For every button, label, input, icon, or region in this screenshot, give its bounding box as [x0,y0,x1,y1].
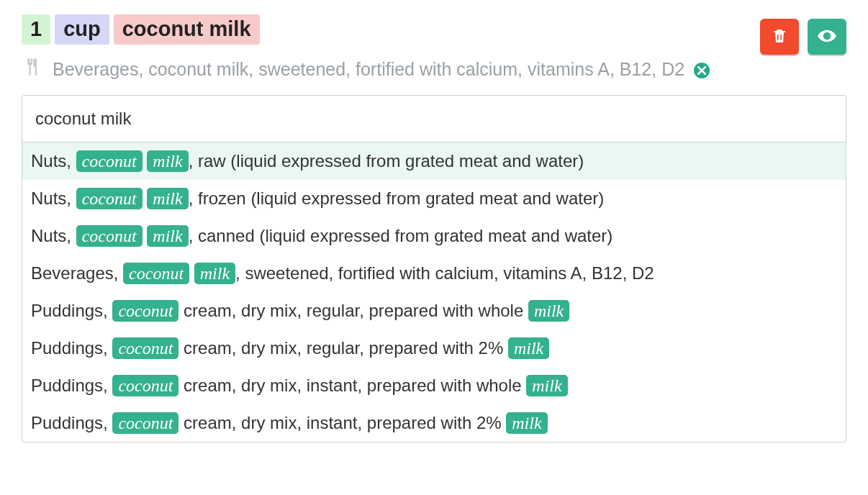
ingredient-chips: 1 cup coconut milk [22,14,749,45]
highlight-term: coconut [112,337,178,359]
search-input[interactable] [22,96,846,142]
highlight-term: milk [528,300,569,322]
suggestion-item[interactable]: Puddings, coconut cream, dry mix, regula… [22,330,846,367]
highlight-term: coconut [76,225,143,247]
suggestion-item[interactable]: Puddings, coconut cream, dry mix, instan… [22,404,846,442]
highlight-term: coconut [76,188,143,209]
suggestion-item[interactable]: Nuts, coconut milk, frozen (liquid expre… [22,180,846,217]
suggestion-item[interactable]: Puddings, coconut cream, dry mix, regula… [22,292,846,330]
trash-icon [771,27,788,47]
ingredient-description-text: Beverages, coconut milk, sweetened, fort… [53,59,684,79]
highlight-term: milk [508,337,549,359]
view-button[interactable] [808,19,846,55]
highlight-term: milk [194,263,235,284]
ingredient-info: 1 cup coconut milk Beverages, coconut mi… [22,14,749,85]
highlight-term: coconut [112,412,178,434]
ingredient-description-line: Beverages, coconut milk, sweetened, fort… [22,55,749,85]
clear-ingredient-button[interactable] [694,63,710,78]
highlight-term: milk [147,225,188,247]
highlight-term: coconut [123,263,189,284]
highlight-term: coconut [76,150,143,172]
highlight-term: milk [147,188,188,209]
svg-point-2 [825,34,828,37]
highlight-term: milk [506,412,547,434]
highlight-term: coconut [112,300,178,322]
suggestion-item[interactable]: Nuts, coconut milk, canned (liquid expre… [22,217,846,255]
highlight-term: coconut [112,375,178,396]
quantity-chip[interactable]: 1 [22,14,50,45]
ingredient-header-row: 1 cup coconut milk Beverages, coconut mi… [22,14,846,85]
suggestion-list: Nuts, coconut milk, raw (liquid expresse… [22,142,846,442]
name-chip[interactable]: coconut milk [114,14,260,45]
highlight-term: milk [526,375,567,396]
search-panel: Nuts, coconut milk, raw (liquid expresse… [22,95,846,442]
eye-icon [817,26,837,48]
suggestion-item[interactable]: Nuts, coconut milk, raw (liquid expresse… [22,142,846,180]
action-buttons [760,14,846,55]
delete-button[interactable] [760,19,799,55]
svg-rect-1 [781,35,782,40]
unit-chip[interactable]: cup [55,14,109,45]
utensils-icon [22,56,42,85]
suggestion-item[interactable]: Beverages, coconut milk, sweetened, fort… [22,255,846,292]
suggestion-item[interactable]: Puddings, coconut cream, dry mix, instan… [22,367,846,404]
svg-rect-0 [777,35,779,40]
highlight-term: milk [147,150,188,172]
